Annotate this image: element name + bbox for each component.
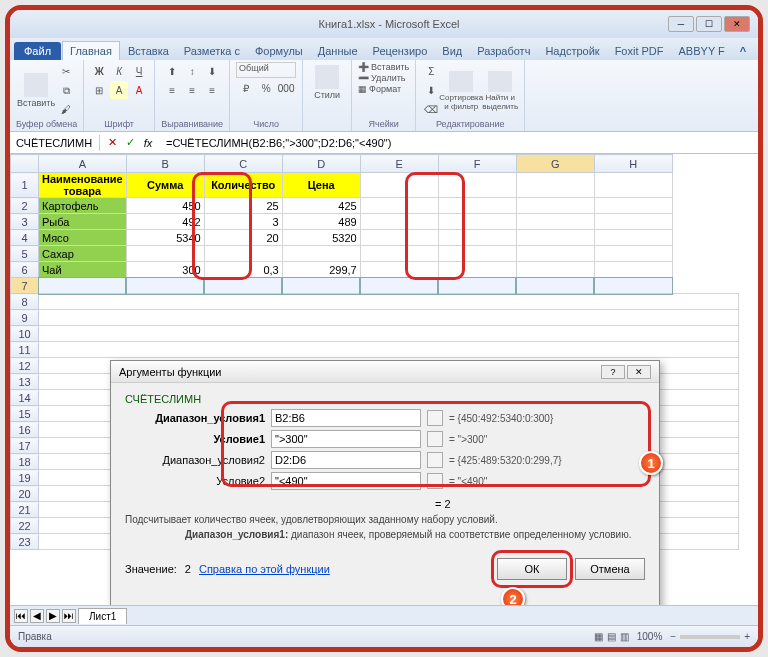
tab-file[interactable]: Файл bbox=[14, 42, 61, 60]
cell[interactable] bbox=[360, 230, 438, 246]
cell[interactable] bbox=[438, 230, 516, 246]
cells-format[interactable]: ▦Формат bbox=[358, 84, 401, 94]
view-break-icon[interactable]: ▥ bbox=[620, 631, 629, 642]
cell[interactable] bbox=[516, 230, 594, 246]
zoom-in-icon[interactable]: + bbox=[744, 631, 750, 642]
arg-input-range2[interactable]: D2:D6 bbox=[271, 451, 421, 469]
help-link[interactable]: Справка по этой функции bbox=[199, 563, 489, 575]
cells-delete[interactable]: ➖Удалить bbox=[358, 73, 405, 83]
cell[interactable] bbox=[594, 262, 672, 278]
ok-button[interactable]: ОК bbox=[497, 558, 567, 580]
row-header[interactable]: 15 bbox=[11, 406, 39, 422]
cell[interactable]: 425 bbox=[282, 198, 360, 214]
tab-abbyy[interactable]: ABBYY F bbox=[672, 42, 732, 60]
row-header[interactable]: 2 bbox=[11, 198, 39, 214]
cell[interactable] bbox=[204, 278, 282, 294]
cell[interactable]: Рыба bbox=[39, 214, 127, 230]
help-icon[interactable]: ? bbox=[754, 42, 763, 60]
align-mid-icon[interactable]: ↕ bbox=[183, 62, 201, 80]
tab-layout[interactable]: Разметка с bbox=[177, 42, 247, 60]
tab-view[interactable]: Вид bbox=[435, 42, 469, 60]
cell[interactable] bbox=[360, 262, 438, 278]
cells-insert[interactable]: ➕Вставить bbox=[358, 62, 409, 72]
cell[interactable]: Чай bbox=[39, 262, 127, 278]
close-button[interactable]: ✕ bbox=[724, 16, 750, 32]
row-header[interactable]: 11 bbox=[11, 342, 39, 358]
cell[interactable] bbox=[516, 173, 594, 198]
row-header[interactable]: 22 bbox=[11, 518, 39, 534]
sheet-nav-first-icon[interactable]: ⏮ bbox=[14, 609, 28, 623]
tab-addins[interactable]: Надстройк bbox=[538, 42, 606, 60]
cell[interactable] bbox=[438, 198, 516, 214]
cell[interactable]: 20 bbox=[204, 230, 282, 246]
align-center-icon[interactable]: ≡ bbox=[183, 81, 201, 99]
find-button[interactable]: Найти и выделить bbox=[482, 71, 518, 111]
cell[interactable]: Картофель bbox=[39, 198, 127, 214]
range-picker-icon[interactable] bbox=[427, 410, 443, 426]
cell[interactable]: 492 bbox=[126, 214, 204, 230]
col-header-a[interactable]: A bbox=[39, 155, 127, 173]
autosum-icon[interactable]: Σ bbox=[422, 63, 440, 81]
dialog-help-icon[interactable]: ? bbox=[601, 365, 625, 379]
currency-icon[interactable]: ₽ bbox=[237, 79, 255, 97]
cancel-formula-icon[interactable]: ✕ bbox=[104, 135, 120, 151]
cell[interactable] bbox=[438, 278, 516, 294]
zoom-level[interactable]: 100% bbox=[637, 631, 663, 642]
cell[interactable]: Сумма bbox=[126, 173, 204, 198]
row-header[interactable]: 6 bbox=[11, 262, 39, 278]
minimize-button[interactable]: ─ bbox=[668, 16, 694, 32]
cell[interactable]: 450 bbox=[126, 198, 204, 214]
cell[interactable]: Сахар bbox=[39, 246, 127, 262]
view-normal-icon[interactable]: ▦ bbox=[594, 631, 603, 642]
row-header[interactable]: 7 bbox=[11, 278, 39, 294]
cell[interactable] bbox=[204, 246, 282, 262]
arg-input-cond1[interactable]: ">300" bbox=[271, 430, 421, 448]
cell[interactable] bbox=[126, 278, 204, 294]
formula-input[interactable]: =СЧЁТЕСЛИМН(B2:B6;">300";D2:D6;"<490") bbox=[160, 135, 758, 151]
row-header[interactable]: 18 bbox=[11, 454, 39, 470]
select-all-corner[interactable] bbox=[11, 155, 39, 173]
cancel-button[interactable]: Отмена bbox=[575, 558, 645, 580]
align-left-icon[interactable]: ≡ bbox=[163, 81, 181, 99]
cell[interactable] bbox=[516, 198, 594, 214]
row-header[interactable]: 17 bbox=[11, 438, 39, 454]
format-painter-icon[interactable]: 🖌 bbox=[57, 101, 75, 119]
col-header-d[interactable]: D bbox=[282, 155, 360, 173]
cell[interactable] bbox=[39, 310, 739, 326]
cell[interactable] bbox=[594, 173, 672, 198]
number-format-dropdown[interactable]: Общий bbox=[236, 62, 296, 78]
tab-data[interactable]: Данные bbox=[311, 42, 365, 60]
tab-developer[interactable]: Разработч bbox=[470, 42, 537, 60]
ribbon-min-icon[interactable]: ^ bbox=[733, 42, 753, 60]
cell[interactable] bbox=[516, 278, 594, 294]
cell[interactable] bbox=[282, 246, 360, 262]
col-header-f[interactable]: F bbox=[438, 155, 516, 173]
col-header-b[interactable]: B bbox=[126, 155, 204, 173]
cell[interactable] bbox=[516, 214, 594, 230]
fill-icon[interactable]: ⬇ bbox=[422, 82, 440, 100]
cell[interactable]: 489 bbox=[282, 214, 360, 230]
view-layout-icon[interactable]: ▤ bbox=[607, 631, 616, 642]
row-header[interactable]: 21 bbox=[11, 502, 39, 518]
cell[interactable] bbox=[360, 214, 438, 230]
row-header[interactable]: 12 bbox=[11, 358, 39, 374]
cell[interactable] bbox=[594, 246, 672, 262]
cell[interactable]: 5340 bbox=[126, 230, 204, 246]
row-header[interactable]: 10 bbox=[11, 326, 39, 342]
cell[interactable]: 5320 bbox=[282, 230, 360, 246]
row-header[interactable]: 20 bbox=[11, 486, 39, 502]
cell[interactable] bbox=[438, 214, 516, 230]
cell[interactable] bbox=[594, 214, 672, 230]
cell[interactable]: 299,7 bbox=[282, 262, 360, 278]
cell[interactable] bbox=[39, 342, 739, 358]
row-header[interactable]: 3 bbox=[11, 214, 39, 230]
bold-icon[interactable]: Ж bbox=[90, 62, 108, 80]
row-header[interactable]: 13 bbox=[11, 374, 39, 390]
cell[interactable]: Наименование товара bbox=[39, 173, 127, 198]
col-header-h[interactable]: H bbox=[594, 155, 672, 173]
tab-home[interactable]: Главная bbox=[62, 41, 120, 60]
col-header-e[interactable]: E bbox=[360, 155, 438, 173]
paste-button[interactable]: Вставить bbox=[18, 71, 54, 111]
font-color-icon[interactable]: A bbox=[130, 81, 148, 99]
dialog-title-bar[interactable]: Аргументы функции ? ✕ bbox=[111, 361, 659, 383]
